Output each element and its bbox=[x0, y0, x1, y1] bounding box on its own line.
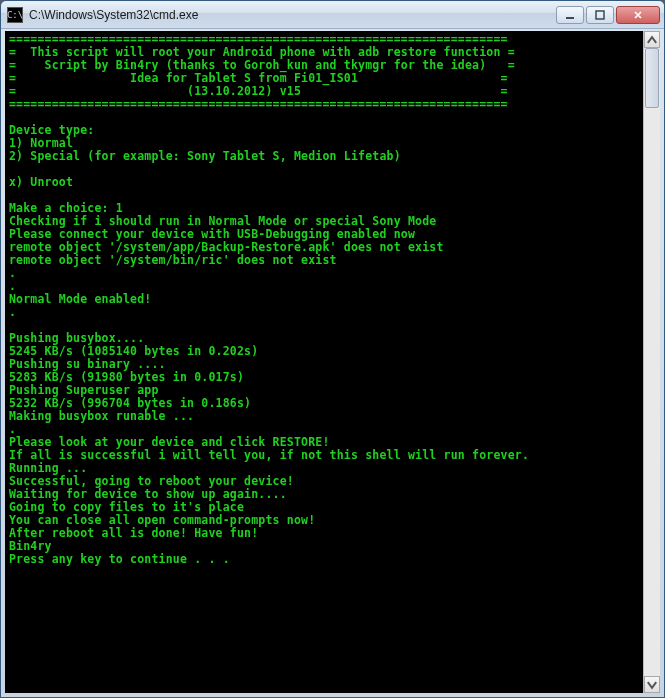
minimize-icon bbox=[565, 10, 575, 20]
svg-rect-0 bbox=[566, 17, 574, 19]
maximize-button[interactable] bbox=[586, 6, 614, 24]
maximize-icon bbox=[595, 10, 605, 20]
console-output[interactable]: ========================================… bbox=[5, 31, 643, 693]
close-button[interactable] bbox=[616, 6, 660, 24]
cmd-window: C:\ C:\Windows\System32\cmd.exe ========… bbox=[0, 0, 665, 698]
close-icon bbox=[633, 10, 643, 20]
scrollbar-thumb[interactable] bbox=[645, 48, 659, 108]
scroll-down-button[interactable] bbox=[644, 676, 660, 693]
window-controls bbox=[554, 6, 660, 24]
chevron-down-icon bbox=[645, 678, 659, 692]
scroll-up-button[interactable] bbox=[644, 31, 660, 48]
minimize-button[interactable] bbox=[556, 6, 584, 24]
console-area: ========================================… bbox=[5, 31, 660, 693]
vertical-scrollbar[interactable] bbox=[643, 31, 660, 693]
svg-rect-1 bbox=[596, 11, 604, 19]
scrollbar-track[interactable] bbox=[644, 48, 660, 676]
titlebar[interactable]: C:\ C:\Windows\System32\cmd.exe bbox=[1, 1, 664, 29]
window-title: C:\Windows\System32\cmd.exe bbox=[29, 8, 554, 22]
cmd-icon: C:\ bbox=[7, 7, 23, 23]
chevron-up-icon bbox=[645, 33, 659, 47]
